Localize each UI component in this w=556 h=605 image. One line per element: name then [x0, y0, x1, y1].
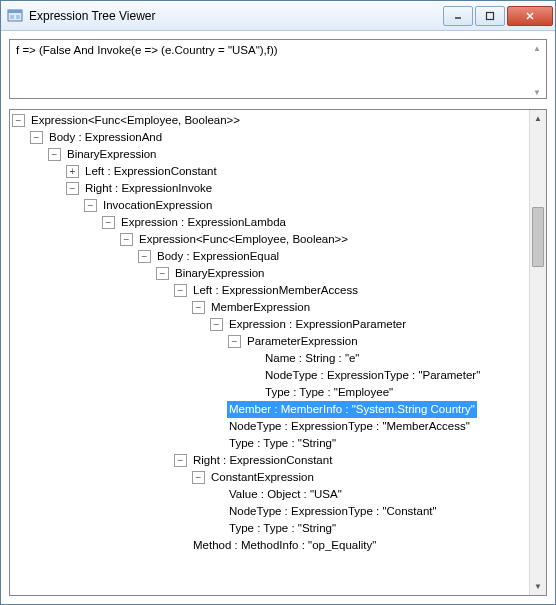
collapse-icon[interactable]: −: [228, 335, 241, 348]
tree-node[interactable]: ConstantExpression: [209, 469, 316, 486]
scrollbar-track[interactable]: [530, 127, 546, 578]
window-title: Expression Tree Viewer: [29, 9, 441, 23]
app-window: Expression Tree Viewer ▲ ▼ −Expression<F…: [0, 0, 556, 605]
scrollbar-thumb[interactable]: [532, 207, 544, 267]
tree-node[interactable]: Left : ExpressionConstant: [83, 163, 219, 180]
svg-rect-3: [16, 15, 20, 19]
leaf-icon: [210, 420, 223, 433]
tree-node[interactable]: Name : String : "e": [263, 350, 361, 367]
collapse-icon[interactable]: −: [84, 199, 97, 212]
tree-node[interactable]: NodeType : ExpressionType : "Constant": [227, 503, 439, 520]
textbox-scrollbar: ▲ ▼: [529, 41, 545, 101]
expression-tree: −Expression<Func<Employee, Boolean>> −Bo…: [10, 110, 529, 556]
client-area: ▲ ▼ −Expression<Func<Employee, Boolean>>…: [1, 31, 555, 604]
tree-node[interactable]: Right : ExpressionInvoke: [83, 180, 214, 197]
leaf-icon: [210, 403, 223, 416]
tree-node[interactable]: Type : Type : "String": [227, 435, 338, 452]
svg-rect-5: [487, 12, 494, 19]
tree-node-selected[interactable]: Member : MemberInfo : "System.String Cou…: [227, 401, 477, 418]
collapse-icon[interactable]: −: [138, 250, 151, 263]
tree-node[interactable]: NodeType : ExpressionType : "Parameter": [263, 367, 482, 384]
tree-node[interactable]: ParameterExpression: [245, 333, 360, 350]
tree-node[interactable]: InvocationExpression: [101, 197, 214, 214]
expression-textbox-wrap: ▲ ▼: [9, 39, 547, 103]
collapse-icon[interactable]: −: [48, 148, 61, 161]
tree-node[interactable]: Expression : ExpressionLambda: [119, 214, 288, 231]
window-buttons: [441, 6, 553, 26]
tree-node[interactable]: BinaryExpression: [65, 146, 158, 163]
collapse-icon[interactable]: −: [66, 182, 79, 195]
expression-textbox[interactable]: [9, 39, 547, 99]
leaf-icon: [246, 369, 259, 382]
svg-rect-1: [8, 10, 22, 13]
tree-scrollbar[interactable]: ▲ ▼: [529, 110, 546, 595]
leaf-icon: [210, 505, 223, 518]
collapse-icon[interactable]: −: [174, 454, 187, 467]
close-button[interactable]: [507, 6, 553, 26]
tree-node[interactable]: BinaryExpression: [173, 265, 266, 282]
tree-node[interactable]: NodeType : ExpressionType : "MemberAcces…: [227, 418, 472, 435]
leaf-icon: [174, 539, 187, 552]
scroll-down-icon[interactable]: ▼: [530, 578, 546, 595]
scroll-down-icon[interactable]: ▼: [529, 85, 545, 101]
maximize-button[interactable]: [475, 6, 505, 26]
collapse-icon[interactable]: −: [174, 284, 187, 297]
svg-rect-2: [10, 15, 14, 19]
leaf-icon: [210, 488, 223, 501]
leaf-icon: [210, 522, 223, 535]
scroll-up-icon[interactable]: ▲: [530, 110, 546, 127]
tree-node[interactable]: Value : Object : "USA": [227, 486, 344, 503]
collapse-icon[interactable]: −: [192, 471, 205, 484]
tree-node[interactable]: Type : Type : "Employee": [263, 384, 395, 401]
tree-node[interactable]: Type : Type : "String": [227, 520, 338, 537]
tree-node[interactable]: Left : ExpressionMemberAccess: [191, 282, 360, 299]
leaf-icon: [246, 352, 259, 365]
tree-container: −Expression<Func<Employee, Boolean>> −Bo…: [9, 109, 547, 596]
tree-node[interactable]: Expression : ExpressionParameter: [227, 316, 408, 333]
tree-node[interactable]: Expression<Func<Employee, Boolean>>: [137, 231, 350, 248]
tree-node[interactable]: Right : ExpressionConstant: [191, 452, 334, 469]
scroll-up-icon[interactable]: ▲: [529, 41, 545, 57]
collapse-icon[interactable]: −: [102, 216, 115, 229]
collapse-icon[interactable]: −: [30, 131, 43, 144]
tree-node[interactable]: Body : ExpressionEqual: [155, 248, 281, 265]
collapse-icon[interactable]: −: [120, 233, 133, 246]
expand-icon[interactable]: +: [66, 165, 79, 178]
leaf-icon: [210, 437, 223, 450]
tree-node[interactable]: MemberExpression: [209, 299, 312, 316]
tree-node[interactable]: Method : MethodInfo : "op_Equality": [191, 537, 378, 554]
titlebar: Expression Tree Viewer: [1, 1, 555, 31]
tree-node[interactable]: Body : ExpressionAnd: [47, 129, 164, 146]
collapse-icon[interactable]: −: [12, 114, 25, 127]
collapse-icon[interactable]: −: [210, 318, 223, 331]
leaf-icon: [246, 386, 259, 399]
tree-node[interactable]: Expression<Func<Employee, Boolean>>: [29, 112, 242, 129]
collapse-icon[interactable]: −: [192, 301, 205, 314]
collapse-icon[interactable]: −: [156, 267, 169, 280]
minimize-button[interactable]: [443, 6, 473, 26]
tree-scroll-area[interactable]: −Expression<Func<Employee, Boolean>> −Bo…: [10, 110, 529, 595]
app-icon: [7, 8, 23, 24]
